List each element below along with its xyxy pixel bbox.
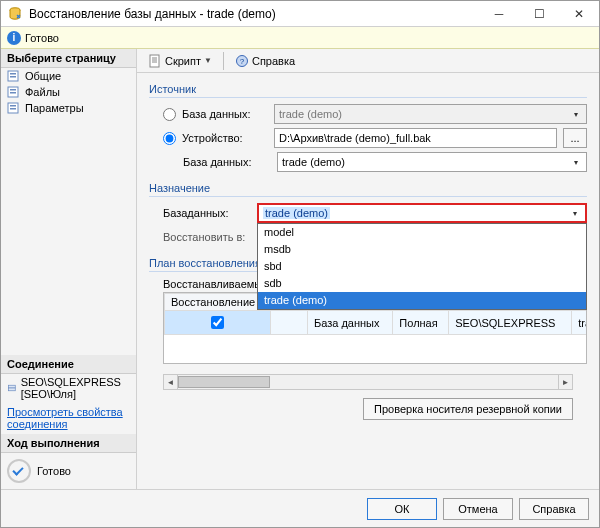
window-controls: ─ ☐ ✕ (479, 1, 599, 27)
svg-rect-8 (10, 105, 16, 107)
verify-backup-media-button[interactable]: Проверка носителя резервной копии (363, 398, 573, 420)
device-db-label: База данных: (183, 156, 269, 168)
source-device-label: Устройство: (182, 132, 268, 144)
chevron-down-icon: ▾ (567, 206, 583, 220)
restore-to-label: Восстановить в: (163, 231, 249, 243)
sidebar-item-general[interactable]: Общие (1, 68, 136, 84)
source-radio-database[interactable] (163, 108, 176, 121)
minimize-button[interactable]: ─ (479, 1, 519, 27)
sidebar: Выберите страницу Общие Файлы Параметры … (1, 49, 137, 489)
device-path-input[interactable]: D:\Архив\trade (demo)_full.bak (274, 128, 557, 148)
window-title: Восстановление базы данных - trade (demo… (29, 7, 479, 21)
sidebar-item-label: Параметры (25, 102, 84, 114)
progress-check-icon (7, 459, 31, 483)
svg-rect-10 (8, 385, 15, 388)
script-button[interactable]: Скрипт ▼ (143, 52, 217, 70)
progress-header: Ход выполнения (1, 434, 136, 453)
svg-rect-11 (8, 388, 15, 391)
ok-label: ОК (395, 503, 410, 515)
dialog-body: Выберите страницу Общие Файлы Параметры … (1, 49, 599, 489)
sidebar-item-label: Файлы (25, 86, 60, 98)
dropdown-option[interactable]: msdb (258, 241, 586, 258)
horizontal-scrollbar[interactable]: ◄ ► (163, 374, 573, 390)
dropdown-option[interactable]: sdb (258, 275, 586, 292)
source-group-title: Источник (149, 83, 587, 98)
sidebar-item-options[interactable]: Параметры (1, 100, 136, 116)
destination-db-label: Базаданных: (163, 207, 249, 219)
restore-checkbox[interactable] (211, 316, 224, 329)
dropdown-option-selected[interactable]: trade (demo) (258, 292, 586, 309)
cancel-label: Отмена (458, 503, 497, 515)
table-row[interactable]: База данных Полная SEO\SQLEXPRESS trade … (165, 311, 588, 335)
col-restore[interactable]: Восстановление (165, 294, 271, 311)
svg-rect-6 (10, 92, 16, 94)
svg-rect-5 (10, 89, 16, 91)
page-icon (7, 86, 21, 98)
maximize-button[interactable]: ☐ (519, 1, 559, 27)
script-label: Скрипт (165, 55, 201, 67)
sidebar-item-label: Общие (25, 70, 61, 82)
help-label: Справка (532, 503, 575, 515)
dropdown-option[interactable]: sbd (258, 258, 586, 275)
toolbar-separator (223, 52, 224, 70)
view-connection-properties-link[interactable]: Просмотреть свойства соединения (7, 406, 123, 430)
svg-text:?: ? (240, 57, 245, 66)
status-text: Готово (25, 32, 59, 44)
device-db-row: База данных: trade (demo) ▾ (183, 152, 587, 172)
destination-db-dropdown[interactable]: model msdb sbd sdb trade (demo) (257, 223, 587, 310)
restore-db-window: Восстановление базы данных - trade (demo… (0, 0, 600, 528)
help-button[interactable]: ? Справка (230, 52, 300, 70)
verify-row: Проверка носителя резервной копии (149, 390, 587, 428)
script-icon (148, 54, 162, 68)
dropdown-option[interactable]: model (258, 224, 586, 241)
device-path-value: D:\Архив\trade (demo)_full.bak (279, 132, 431, 144)
cell-type: Полная (393, 311, 449, 335)
destination-db-selected: trade (demo) (263, 207, 330, 219)
chevron-down-icon: ▾ (568, 106, 584, 122)
device-db-combo[interactable]: trade (demo) ▾ (277, 152, 587, 172)
cancel-button[interactable]: Отмена (443, 498, 513, 520)
svg-rect-2 (10, 73, 16, 75)
source-radio-device[interactable] (163, 132, 176, 145)
chevron-down-icon: ▼ (204, 56, 212, 65)
source-db-combo[interactable]: trade (demo) ▾ (274, 104, 587, 124)
destination-db-combo[interactable]: trade (demo) ▾ (257, 203, 587, 223)
verify-label: Проверка носителя резервной копии (374, 403, 562, 415)
titlebar: Восстановление базы данных - trade (demo… (1, 1, 599, 27)
sidebar-item-files[interactable]: Файлы (1, 84, 136, 100)
close-button[interactable]: ✕ (559, 1, 599, 27)
connection-header: Соединение (1, 355, 136, 374)
help-icon: ? (235, 54, 249, 68)
scroll-right-arrow[interactable]: ► (558, 375, 572, 389)
help-label: Справка (252, 55, 295, 67)
scroll-left-arrow[interactable]: ◄ (164, 375, 178, 389)
content-area: Источник База данных: trade (demo) ▾ Уст… (137, 73, 599, 489)
page-icon (7, 102, 21, 114)
cell-database: trade (demo) (572, 311, 587, 335)
select-page-header: Выберите страницу (1, 49, 136, 68)
cell-server: SEO\SQLEXPRESS (449, 311, 572, 335)
progress-indicator: Готово (1, 453, 136, 489)
help-button-footer[interactable]: Справка (519, 498, 589, 520)
scroll-thumb[interactable] (178, 376, 270, 388)
status-strip: i Готово (1, 27, 599, 49)
info-icon: i (7, 31, 21, 45)
main-panel: Скрипт ▼ ? Справка Источник База данных: (137, 49, 599, 489)
cell-restore[interactable] (165, 311, 271, 335)
dialog-footer: ОК Отмена Справка (1, 489, 599, 527)
source-db-radio-row: База данных: trade (demo) ▾ (163, 104, 587, 124)
page-icon (7, 70, 21, 82)
cell-name (270, 311, 307, 335)
ok-button[interactable]: ОК (367, 498, 437, 520)
source-group: Источник База данных: trade (demo) ▾ Уст… (149, 83, 587, 172)
svg-rect-3 (10, 76, 16, 78)
chevron-down-icon: ▾ (568, 154, 584, 170)
svg-rect-12 (150, 55, 159, 67)
connection-value-row: SEO\SQLEXPRESS [SEO\Юля] (1, 374, 136, 402)
destination-group: Назначение Базаданных: trade (demo) ▾ mo… (149, 182, 587, 247)
destination-group-title: Назначение (149, 182, 587, 197)
device-db-value: trade (demo) (282, 156, 345, 168)
browse-device-button[interactable]: ... (563, 128, 587, 148)
app-icon (7, 6, 23, 22)
server-icon (7, 382, 17, 394)
